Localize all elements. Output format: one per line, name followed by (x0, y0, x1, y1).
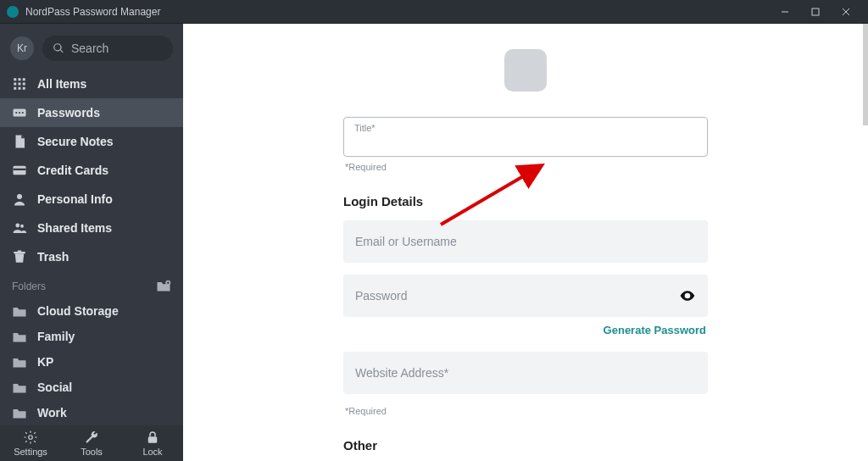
svg-rect-7 (14, 83, 16, 86)
sidebar-item-label: Shared Items (37, 221, 112, 235)
sidebar-item-label: Passwords (37, 106, 100, 119)
svg-rect-8 (19, 83, 21, 86)
svg-rect-26 (148, 436, 158, 443)
folder-label: Social (37, 380, 72, 394)
sidebar-item-label: Personal Info (37, 192, 113, 206)
password-icon (12, 105, 27, 120)
sidebar-item-personal-info[interactable]: Personal Info (0, 185, 183, 214)
svg-rect-18 (14, 169, 26, 170)
gear-icon (23, 430, 38, 445)
note-icon (12, 134, 27, 149)
website-input[interactable] (355, 366, 696, 380)
folder-social[interactable]: Social (0, 375, 183, 400)
svg-rect-12 (23, 87, 25, 90)
add-folder-icon[interactable] (156, 280, 171, 293)
svg-rect-23 (18, 251, 22, 253)
wrench-icon (84, 430, 99, 445)
folder-label: Work (37, 406, 67, 419)
sidebar-item-label: All Items (37, 77, 86, 91)
sidebar-item-shared-items[interactable]: Shared Items (0, 214, 183, 242)
svg-rect-5 (19, 78, 21, 81)
tools-button[interactable]: Tools (61, 430, 122, 457)
email-input[interactable] (355, 235, 696, 248)
app-logo-icon (7, 6, 19, 18)
sidebar-item-credit-cards[interactable]: Credit Cards (0, 156, 183, 185)
svg-rect-4 (14, 78, 16, 81)
section-other: Other (343, 438, 708, 453)
avatar[interactable]: Kr (10, 36, 34, 60)
svg-point-25 (29, 436, 33, 440)
avatar-initials: Kr (17, 42, 27, 54)
password-field[interactable] (343, 275, 708, 317)
svg-point-15 (19, 112, 20, 114)
settings-button[interactable]: Settings (0, 430, 61, 457)
folder-icon (12, 407, 27, 419)
maximize-button[interactable] (800, 0, 831, 24)
svg-point-16 (22, 112, 24, 114)
svg-point-14 (15, 112, 17, 114)
folder-icon (12, 330, 27, 342)
svg-point-19 (17, 194, 22, 199)
close-button[interactable] (831, 0, 861, 24)
sidebar-footer: Settings Tools Lock (0, 425, 183, 461)
folder-list: Cloud Storage Family KP Social Work (0, 298, 183, 425)
folder-label: Cloud Storage (37, 304, 119, 318)
minimize-button[interactable] (770, 0, 800, 24)
svg-rect-11 (19, 87, 21, 90)
title-required-hint: *Required (345, 162, 706, 172)
scrollbar[interactable] (863, 24, 868, 125)
main-content: Title* *Required Login Details Generate … (183, 24, 868, 461)
title-field[interactable]: Title* (343, 117, 708, 157)
folder-kp[interactable]: KP (0, 349, 183, 375)
eye-icon[interactable] (679, 287, 696, 304)
folder-icon (12, 305, 27, 317)
sidebar-item-all-items[interactable]: All Items (0, 69, 183, 98)
svg-point-20 (15, 224, 19, 228)
grid-icon (12, 76, 27, 92)
website-required-hint: *Required (345, 406, 706, 416)
lock-label: Lock (142, 447, 162, 457)
folder-label: KP (37, 355, 53, 369)
trash-icon (12, 249, 27, 264)
svg-point-27 (686, 294, 688, 297)
title-label: Title* (354, 123, 697, 133)
search-placeholder: Search (71, 42, 108, 55)
sidebar: Kr Search All Items Passwords (0, 24, 183, 461)
folders-header: Folders (0, 271, 183, 298)
titlebar: NordPass Password Manager (0, 0, 868, 24)
folder-icon (12, 356, 27, 368)
folder-work[interactable]: Work (0, 400, 183, 425)
sidebar-item-label: Secure Notes (37, 135, 113, 148)
search-icon (53, 42, 64, 54)
window-title: NordPass Password Manager (25, 6, 160, 18)
password-input[interactable] (355, 289, 679, 303)
svg-rect-1 (812, 8, 819, 15)
folder-cloud-storage[interactable]: Cloud Storage (0, 298, 183, 324)
website-field[interactable] (343, 352, 708, 394)
folders-header-label: Folders (12, 280, 46, 292)
nav-categories: All Items Passwords Secure Notes Credit … (0, 69, 183, 271)
lock-button[interactable]: Lock (122, 430, 183, 457)
folder-icon (12, 381, 27, 393)
svg-rect-6 (23, 78, 25, 81)
title-input[interactable] (354, 133, 697, 148)
people-icon (12, 220, 27, 236)
svg-rect-9 (23, 83, 25, 86)
sidebar-item-passwords[interactable]: Passwords (0, 98, 183, 127)
sidebar-item-trash[interactable]: Trash (0, 242, 183, 271)
search-input[interactable]: Search (42, 36, 173, 61)
person-icon (12, 192, 27, 207)
svg-rect-10 (14, 87, 16, 90)
lock-icon (145, 430, 160, 445)
svg-point-21 (20, 225, 24, 228)
email-field[interactable] (343, 220, 708, 263)
folder-label: Family (37, 330, 75, 343)
folder-family[interactable]: Family (0, 324, 183, 349)
sidebar-item-secure-notes[interactable]: Secure Notes (0, 127, 183, 156)
settings-label: Settings (14, 447, 47, 457)
tools-label: Tools (81, 447, 103, 457)
section-login-details: Login Details (343, 194, 708, 208)
sidebar-item-label: Credit Cards (37, 164, 108, 177)
generate-password-link[interactable]: Generate Password (343, 324, 706, 336)
item-thumbnail[interactable] (504, 49, 547, 92)
